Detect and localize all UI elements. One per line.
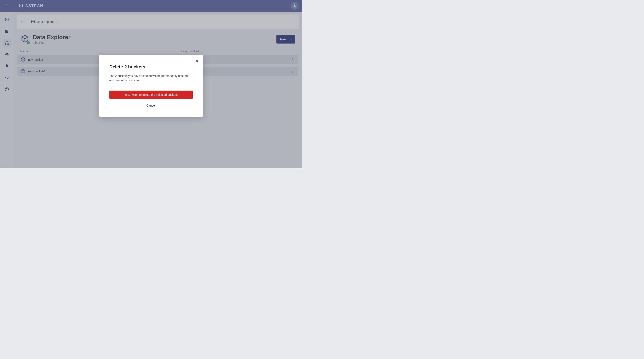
confirm-delete-button[interactable]: Yes, I want to delete the selected bucke… bbox=[110, 90, 193, 99]
modal-divider bbox=[110, 87, 193, 87]
modal-body: The 2 buckets you have selected will be … bbox=[110, 74, 193, 82]
modal-overlay[interactable]: Delete 2 buckets The 2 buckets you have … bbox=[0, 0, 302, 168]
close-icon bbox=[196, 60, 198, 62]
modal-close-button[interactable] bbox=[194, 58, 200, 64]
cancel-button[interactable]: Cancel bbox=[110, 102, 193, 108]
modal-title: Delete 2 buckets bbox=[110, 64, 193, 70]
delete-confirm-modal: Delete 2 buckets The 2 buckets you have … bbox=[99, 55, 203, 117]
